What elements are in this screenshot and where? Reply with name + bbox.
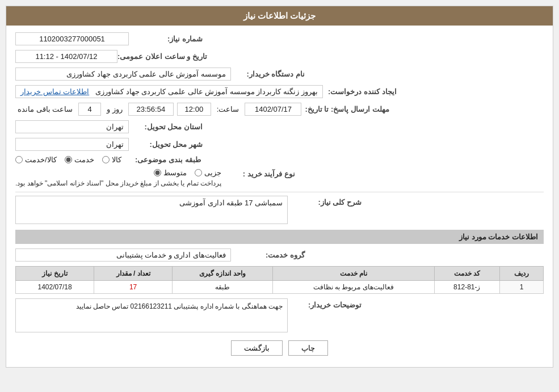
- mohlat-label: مهلت ارسال پاسخ: تا تاریخ:: [305, 105, 389, 113]
- page-wrapper: جزئیات اطلاعات نیاز شماره نیاز: 11020032…: [0, 0, 559, 392]
- service-table-wrapper: ردیف کد خدمت نام خدمت واحد اندازه گیری ت…: [15, 266, 544, 294]
- farayand-label: نوع فرآیند خرید :: [221, 168, 295, 178]
- nam-dastgah-label: نام دستگاه خریدار:: [231, 70, 305, 78]
- card-header: جزئیات اطلاعات نیاز: [6, 6, 553, 26]
- tabaqe-kala-item: کالا: [102, 155, 121, 164]
- shomara-niyaz-row: شماره نیاز: 1102003277000051: [15, 32, 544, 45]
- tabaqe-row: طبقه بندی موضوعی: کالا خدمت کالا/خدمت: [15, 155, 544, 164]
- ostan-row: استان محل تحویل: تهران: [15, 120, 544, 133]
- tawzihat-label: توضیحات خریدار:: [288, 298, 362, 309]
- tabaqe-kala-khadamat-radio[interactable]: [15, 156, 23, 163]
- tabaqe-kala-label: کالا: [112, 155, 121, 164]
- sharh-value: سمباشی 17 طبقه اداری آموزشی: [179, 199, 283, 207]
- col-vahed: واحد اندازه گیری: [173, 267, 273, 281]
- back-button[interactable]: بازگشت: [231, 340, 283, 356]
- cell-nam: فعالیت‌های مربوط به نظافت: [272, 281, 434, 294]
- ostan-label: استان محل تحویل:: [129, 123, 203, 131]
- shomara-niyaz-value: 1102003277000051: [15, 32, 129, 45]
- cell-radif: 1: [499, 281, 543, 294]
- tawzihat-box: جهت هماهنگی با شماره اداره پشتیبانی 0216…: [15, 298, 288, 332]
- shomara-niyaz-label: شماره نیاز:: [129, 35, 203, 43]
- tabaqe-kala-khadamat-label: کالا/خدمت: [25, 155, 57, 164]
- ostan-value: تهران: [15, 120, 129, 133]
- mohlat-saat-mande-label: ساعت باقی مانده: [18, 105, 73, 113]
- col-tarikh: تاریخ نیاز: [16, 267, 94, 281]
- mohlat-date: 1402/07/17: [245, 103, 301, 116]
- tabaqe-khadamat-item: خدمت: [65, 155, 94, 164]
- farayand-jazee-label: جزیی: [204, 168, 221, 177]
- mohlat-saat: 12:00: [177, 103, 211, 116]
- mohlat-rooz-label: روز و: [107, 105, 123, 113]
- table-row: 1 ز-81-812 فعالیت‌های مربوط به نظافت طبق…: [16, 281, 544, 294]
- tabaqe-kala-khadamat-item: کالا/خدمت: [15, 155, 57, 164]
- cell-vahed: طبقه: [173, 281, 273, 294]
- cell-kod: ز-81-812: [434, 281, 499, 294]
- mohlat-rooz: 4: [78, 103, 101, 116]
- grouh-row: گروه خدمت: فعالیت‌های اداری و خدمات پشتی…: [15, 248, 544, 262]
- ijad-konande-text: بهروز زنگنه کاربرداز موسسه آموزش عالی عل…: [95, 87, 318, 96]
- tarikh-saat-value: 1402/07/12 - 11:12: [15, 50, 117, 63]
- col-kod: کد خدمت: [434, 267, 499, 281]
- ettelaat-tamas-link[interactable]: اطلاعات تماس خریدار: [20, 87, 89, 96]
- mohlat-row: مهلت ارسال پاسخ: تا تاریخ: 1402/07/17 سا…: [15, 103, 544, 116]
- nam-dastgah-row: نام دستگاه خریدار: موسسه آموزش عالی علمی…: [15, 68, 544, 81]
- table-header-row: ردیف کد خدمت نام خدمت واحد اندازه گیری ت…: [16, 267, 544, 281]
- col-radif: ردیف: [499, 267, 543, 281]
- farayand-desc: پرداخت تمام یا بخشی از مبلغ خریداز محل "…: [15, 179, 221, 187]
- mohlat-countdown: 23:56:54: [128, 103, 174, 116]
- page-title: جزئیات اطلاعات نیاز: [243, 11, 316, 20]
- service-section-header: اطلاعات خدمات مورد نیاز: [15, 230, 544, 244]
- service-table: ردیف کد خدمت نام خدمت واحد اندازه گیری ت…: [15, 266, 544, 294]
- tabaqe-khadamat-radio[interactable]: [65, 156, 72, 163]
- grouh-value: فعالیت‌های اداری و خدمات پشتیبانی: [15, 248, 231, 262]
- divider-1: [15, 192, 544, 192]
- sharh-label: شرح کلی نیاز:: [288, 196, 362, 206]
- shahr-value: تهران: [15, 138, 129, 151]
- tabaqe-group: کالا خدمت کالا/خدمت: [15, 155, 121, 164]
- shahr-row: شهر محل تحویل: تهران: [15, 138, 544, 151]
- farayand-options: جزیی متوسط پرداخت تمام یا بخشی از مبلغ خ…: [15, 168, 221, 187]
- ijad-konande-label: ایجاد کننده درخواست:: [323, 87, 397, 96]
- card-body: شماره نیاز: 1102003277000051 تاریخ و ساع…: [6, 26, 553, 367]
- col-tedad: تعداد / مقدار: [94, 267, 173, 281]
- cell-tarikh: 1402/07/18: [16, 281, 94, 294]
- tabaqe-khadamat-label: خدمت: [74, 155, 94, 164]
- ijad-konande-row: ایجاد کننده درخواست: بهروز زنگنه کاربردا…: [15, 85, 544, 98]
- grouh-label: گروه خدمت:: [231, 251, 305, 259]
- sharh-row: شرح کلی نیاز: سمباشی 17 طبقه اداری آموزش…: [15, 196, 544, 224]
- nam-dastgah-value: موسسه آموزش عالی علمی کاربردی جهاد کشاور…: [15, 68, 231, 81]
- mohlat-saat-label: ساعت:: [217, 105, 239, 113]
- print-button[interactable]: چاپ: [288, 340, 328, 356]
- tawzihat-row: توضیحات خریدار: جهت هماهنگی با شماره ادا…: [15, 298, 544, 332]
- tarikh-saat-row: تاریخ و ساعت اعلان عمومی: 1402/07/12 - 1…: [15, 50, 544, 63]
- farayand-jazee-radio[interactable]: [195, 169, 202, 176]
- tabaqe-label: طبقه بندی موضوعی:: [127, 155, 201, 164]
- tabaqe-kala-radio[interactable]: [102, 156, 110, 163]
- farayand-mottaset-radio[interactable]: [154, 169, 161, 176]
- col-nam: نام خدمت: [272, 267, 434, 281]
- cell-tedad: 17: [94, 281, 173, 294]
- tawzihat-value: جهت هماهنگی با شماره اداره پشتیبانی 0216…: [76, 302, 283, 310]
- farayand-jazee-item: جزیی: [195, 168, 221, 177]
- farayand-row: نوع فرآیند خرید : جزیی متوسط پرداخت تمام…: [15, 168, 544, 187]
- main-card: جزئیات اطلاعات نیاز شماره نیاز: 11020032…: [6, 6, 553, 368]
- button-row: چاپ بازگشت: [15, 340, 544, 356]
- ijad-konande-value: بهروز زنگنه کاربرداز موسسه آموزش عالی عل…: [15, 85, 323, 98]
- sharh-box: سمباشی 17 طبقه اداری آموزشی: [15, 196, 288, 224]
- farayand-mottaset-item: متوسط: [154, 168, 187, 177]
- farayand-mottaset-label: متوسط: [163, 168, 187, 177]
- shahr-label: شهر محل تحویل:: [129, 140, 203, 149]
- farayand-top: جزیی متوسط: [15, 168, 221, 177]
- tarikh-saat-label: تاریخ و ساعت اعلان عمومی:: [117, 52, 207, 61]
